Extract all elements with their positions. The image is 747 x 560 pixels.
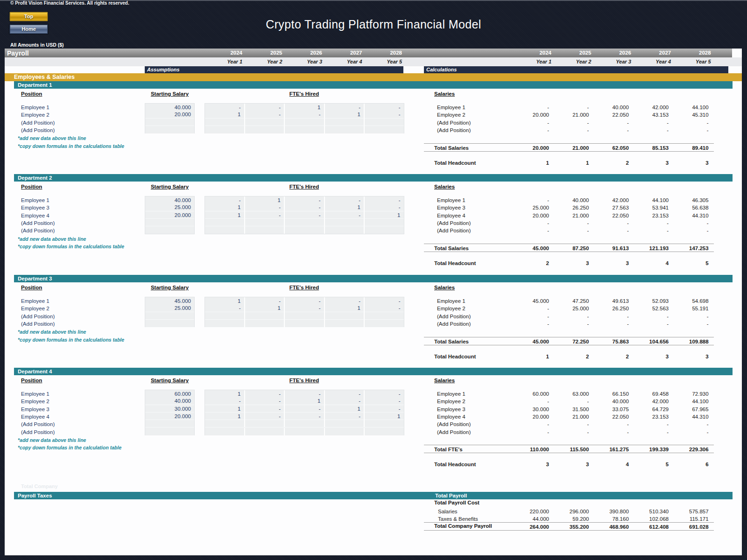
fte-input-cell[interactable] <box>285 226 325 234</box>
fte-input-cell[interactable] <box>285 428 325 435</box>
fte-input-cell[interactable]: 1 <box>205 413 245 420</box>
position-label[interactable]: (Add Position) <box>21 320 55 328</box>
fte-input-cell[interactable]: - <box>285 203 325 211</box>
position-label[interactable]: Employee 4 <box>21 413 49 420</box>
fte-input-cell[interactable]: - <box>205 397 245 405</box>
salary-input-cell[interactable]: 20.000 <box>145 211 194 219</box>
salary-input-cell[interactable] <box>145 312 194 320</box>
salary-input-cell[interactable] <box>145 420 194 427</box>
fte-input-cell[interactable] <box>245 226 285 234</box>
fte-input-cell[interactable]: 1 <box>245 196 285 204</box>
position-label[interactable]: Employee 3 <box>21 204 49 211</box>
fte-input-cell[interactable] <box>285 320 325 327</box>
position-label[interactable]: Employee 4 <box>21 212 49 219</box>
fte-input-cell[interactable]: 1 <box>205 111 245 118</box>
fte-input-cell[interactable] <box>245 420 285 427</box>
fte-input-cell[interactable]: 1 <box>205 390 245 398</box>
fte-input-cell[interactable] <box>285 126 325 133</box>
position-label[interactable]: Employee 1 <box>21 297 49 305</box>
fte-input-cell[interactable]: 1 <box>205 405 245 413</box>
fte-input-cell[interactable] <box>245 119 285 126</box>
fte-input-cell[interactable] <box>365 428 404 435</box>
position-label[interactable]: (Add Position) <box>21 420 55 428</box>
fte-input-cell[interactable]: - <box>365 111 404 118</box>
salary-input-cell[interactable] <box>145 428 194 435</box>
fte-input-cell[interactable]: - <box>205 104 245 111</box>
salary-input-cell[interactable] <box>145 219 194 226</box>
fte-input-cell[interactable] <box>205 428 245 435</box>
fte-input-cell[interactable]: - <box>285 413 325 420</box>
position-label[interactable]: (Add Position) <box>21 219 55 227</box>
fte-input-cell[interactable]: - <box>365 203 404 211</box>
fte-input-cell[interactable]: - <box>325 413 365 420</box>
fte-input-cell[interactable] <box>325 320 365 327</box>
salary-input-cell[interactable]: 40.000 <box>145 104 194 111</box>
fte-input-cell[interactable]: - <box>285 111 325 118</box>
fte-input-cell[interactable] <box>365 126 404 133</box>
position-label[interactable]: (Add Position) <box>21 428 55 436</box>
fte-input-cell[interactable] <box>205 420 245 427</box>
fte-input-cell[interactable] <box>325 219 365 226</box>
fte-input-cell[interactable]: - <box>245 405 285 413</box>
fte-input-cell[interactable]: - <box>325 397 365 405</box>
salary-input-cell[interactable] <box>145 320 194 327</box>
fte-input-cell[interactable]: - <box>365 397 404 405</box>
fte-input-cell[interactable]: - <box>325 211 365 219</box>
fte-input-cell[interactable]: - <box>325 297 365 305</box>
fte-input-cell[interactable] <box>245 428 285 435</box>
salary-input-cell[interactable]: 25.000 <box>145 304 194 312</box>
fte-input-cell[interactable] <box>205 320 245 327</box>
fte-input-cell[interactable]: 1 <box>325 405 365 413</box>
fte-input-cell[interactable]: - <box>325 390 365 398</box>
fte-input-cell[interactable] <box>325 119 365 126</box>
fte-input-cell[interactable]: - <box>285 390 325 398</box>
fte-input-cell[interactable]: - <box>205 196 245 204</box>
fte-input-cell[interactable] <box>245 219 285 226</box>
fte-input-cell[interactable]: - <box>245 111 285 118</box>
fte-input-cell[interactable]: - <box>285 297 325 305</box>
fte-input-cell[interactable]: - <box>365 104 404 111</box>
fte-input-cell[interactable]: - <box>285 405 325 413</box>
fte-input-cell[interactable] <box>285 119 325 126</box>
salary-input-cell[interactable]: 20.000 <box>145 111 194 118</box>
fte-input-cell[interactable]: - <box>245 104 285 111</box>
fte-input-cell[interactable]: - <box>245 211 285 219</box>
fte-input-cell[interactable]: - <box>245 397 285 405</box>
fte-input-cell[interactable] <box>325 420 365 427</box>
fte-input-cell[interactable] <box>205 219 245 226</box>
salary-input-cell[interactable]: 45.000 <box>145 297 194 305</box>
fte-input-cell[interactable]: 1 <box>205 203 245 211</box>
fte-input-cell[interactable]: 1 <box>325 111 365 118</box>
fte-input-cell[interactable] <box>285 219 325 226</box>
salary-input-cell[interactable]: 30.000 <box>145 405 194 413</box>
fte-input-cell[interactable]: - <box>245 390 285 398</box>
fte-input-cell[interactable] <box>285 420 325 427</box>
fte-input-cell[interactable] <box>365 226 404 234</box>
fte-input-cell[interactable]: 1 <box>285 397 325 405</box>
position-label[interactable]: Employee 1 <box>21 196 49 204</box>
fte-input-cell[interactable]: - <box>365 297 404 305</box>
fte-input-cell[interactable] <box>325 428 365 435</box>
position-label[interactable]: Employee 2 <box>21 305 49 312</box>
fte-input-cell[interactable]: - <box>325 104 365 111</box>
salary-input-cell[interactable]: 20.000 <box>145 413 194 420</box>
fte-input-cell[interactable]: 1 <box>285 104 325 111</box>
salary-input-cell[interactable]: 40.000 <box>145 397 194 405</box>
salary-input-cell[interactable] <box>145 226 194 234</box>
salary-input-cell[interactable] <box>145 126 194 133</box>
fte-input-cell[interactable] <box>365 420 404 427</box>
fte-input-cell[interactable]: 1 <box>205 297 245 305</box>
fte-input-cell[interactable]: - <box>205 304 245 312</box>
fte-input-cell[interactable]: 1 <box>325 203 365 211</box>
fte-input-cell[interactable]: - <box>245 413 285 420</box>
salary-input-cell[interactable]: 25.000 <box>145 203 194 211</box>
fte-input-cell[interactable]: - <box>365 304 404 312</box>
fte-input-cell[interactable] <box>365 312 404 320</box>
salary-input-cell[interactable]: 40.000 <box>145 196 194 204</box>
fte-input-cell[interactable]: - <box>365 196 404 204</box>
fte-input-cell[interactable] <box>205 226 245 234</box>
position-label[interactable]: Employee 2 <box>21 398 49 405</box>
fte-input-cell[interactable]: - <box>365 390 404 398</box>
fte-input-cell[interactable]: 1 <box>365 211 404 219</box>
fte-input-cell[interactable]: 1 <box>365 413 404 420</box>
